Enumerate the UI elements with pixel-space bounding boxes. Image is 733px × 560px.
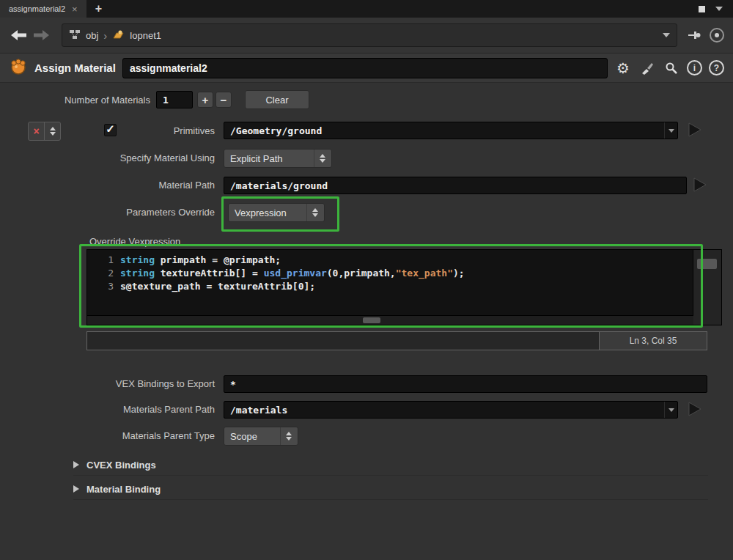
node-type-label: Assign Material [34, 62, 116, 74]
menu-arrows-icon [306, 204, 318, 221]
primitives-select-arrow[interactable] [688, 122, 702, 140]
num-materials-field[interactable]: 1 [156, 91, 193, 108]
vex-bindings-label: VEX Bindings to Export [44, 378, 215, 389]
editor-status-bar: Ln 3, Col 35 [86, 331, 707, 350]
node-header: Assign Material assignmaterial2 ⚙ i ? [0, 54, 733, 83]
menu-arrows-icon [314, 150, 325, 167]
parameters-override-value: Vexpression [235, 207, 300, 218]
vexpression-code-editor[interactable]: 1string primpath = @primpath;2string tex… [86, 249, 722, 325]
pane-tab-title: assignmaterial2 [9, 4, 65, 13]
pane-window-controls [699, 0, 733, 18]
pane-tab-bar: assignmaterial2 × + [0, 0, 733, 18]
parameters-override-dropdown[interactable]: Vexpression [228, 203, 325, 222]
forward-button[interactable] [32, 29, 50, 44]
code-area[interactable]: 1string primpath = @primpath;2string tex… [87, 250, 693, 316]
lopnet-icon [112, 29, 125, 42]
vertical-scroll-thumb[interactable] [697, 259, 717, 269]
cursor-position-indicator: Ln 3, Col 35 [599, 332, 707, 350]
code-line: 3s@texture_path = textureAttrib[0]; [87, 280, 693, 293]
primitives-field[interactable]: /Geometry/ground [224, 122, 678, 139]
delete-instance-button[interactable]: × [29, 122, 44, 140]
materials-parent-type-label: Materials Parent Type [44, 430, 215, 441]
link-target-icon[interactable] [710, 28, 724, 43]
materials-parent-path-label: Materials Parent Path [44, 404, 215, 415]
pane-menu-icon[interactable] [715, 7, 723, 11]
specify-material-dropdown[interactable]: Explicit Path [224, 149, 332, 168]
editor-horizontal-scrollbar[interactable] [87, 315, 693, 325]
section-material-binding[interactable]: Material Binding [73, 479, 708, 500]
gear-icon[interactable]: ⚙ [614, 59, 632, 77]
parent-path-select-arrow[interactable] [688, 402, 702, 419]
path-navigation-bar: obj › lopnet1 [0, 18, 733, 54]
brush-icon[interactable] [638, 62, 656, 75]
add-material-button[interactable]: + [197, 92, 213, 108]
breadcrumb-context[interactable]: obj [86, 30, 98, 41]
material-path-label: Material Path [44, 180, 215, 191]
primitives-label: Primitives [44, 125, 215, 136]
horizontal-scroll-thumb[interactable] [363, 317, 380, 323]
section-cvex-bindings[interactable]: CVEX Bindings [73, 454, 708, 476]
path-dropdown-icon[interactable] [663, 33, 670, 37]
materials-parent-path-field[interactable]: /materials [224, 401, 678, 419]
obj-network-icon [69, 29, 81, 42]
num-materials-label: Number of Materials [15, 95, 150, 106]
search-icon[interactable] [663, 62, 680, 75]
breadcrumb[interactable]: obj › lopnet1 [62, 23, 677, 47]
parameters-override-label: Parameters Override [44, 207, 215, 218]
collapse-triangle-icon [73, 485, 79, 493]
node-name-field[interactable]: assignmaterial2 [122, 58, 608, 78]
new-tab-button[interactable]: + [86, 0, 111, 18]
pin-icon[interactable] [688, 29, 701, 44]
materials-parent-type-dropdown[interactable]: Scope [224, 427, 298, 446]
parent-path-dropdown-icon[interactable] [664, 402, 677, 418]
primitives-value: /Geometry/ground [230, 125, 322, 136]
code-line: 2string textureAttrib[] = usd_primvar(0,… [87, 267, 693, 280]
code-line: 1string primpath = @primpath; [87, 254, 693, 267]
menu-arrows-icon [280, 427, 292, 445]
clear-button[interactable]: Clear [245, 90, 309, 109]
pane-tab[interactable]: assignmaterial2 × [0, 0, 86, 18]
materials-parent-path-value: /materials [230, 405, 287, 416]
back-button[interactable] [10, 29, 28, 44]
materials-parent-type-value: Scope [230, 431, 273, 442]
section-label: Material Binding [86, 484, 161, 495]
assign-material-node-icon [9, 57, 28, 79]
editor-vertical-scrollbar[interactable] [693, 250, 721, 325]
info-icon[interactable]: i [687, 60, 702, 75]
collapse-triangle-icon [73, 461, 79, 468]
material-path-select-arrow[interactable] [693, 177, 707, 195]
specify-material-label: Specify Material Using [44, 152, 215, 163]
specify-material-value: Explicit Path [230, 153, 307, 164]
vex-bindings-field[interactable]: * [224, 375, 707, 393]
remove-material-button[interactable]: − [216, 92, 232, 108]
houdini-parameter-pane: assignmaterial2 × + obj › lopnet1 [0, 0, 733, 560]
primitives-dropdown-icon[interactable] [664, 122, 677, 139]
help-icon[interactable]: ? [709, 60, 724, 75]
maximize-pane-icon[interactable] [699, 6, 705, 12]
breadcrumb-separator-icon: › [103, 30, 107, 41]
material-path-field[interactable]: /materials/ground [224, 177, 687, 194]
section-label: CVEX Bindings [86, 460, 156, 471]
breadcrumb-node[interactable]: lopnet1 [130, 30, 161, 41]
override-vexpression-label: Override Vexpression [89, 236, 280, 247]
tab-close-icon[interactable]: × [72, 4, 78, 15]
